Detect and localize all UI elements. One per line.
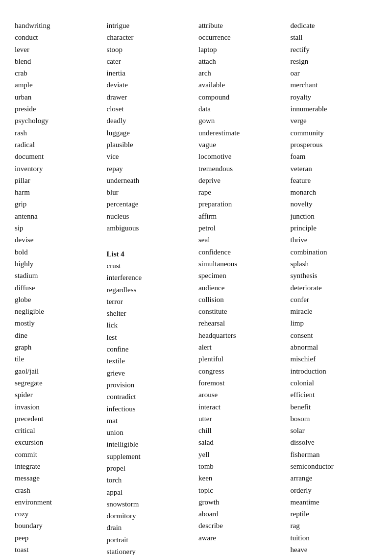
word-item: dedicate [291,20,378,31]
word-item: regardless [107,284,194,296]
word-item: intrigue [107,20,194,31]
word-item: deprive [198,175,286,186]
word-item: excursion [15,436,102,448]
word-item: utter [198,413,286,425]
word-item: collision [198,294,286,305]
word-item: meantime [291,496,378,508]
word-item: provision [107,379,194,391]
word-item: blend [15,55,102,67]
word-item: audience [198,282,286,294]
word-item: negligible [15,305,102,317]
word-item: headquarters [198,329,286,341]
word-item: confine [107,343,194,355]
word-item: arouse [198,389,286,401]
word-item: crust [107,260,194,272]
word-item: underneath [107,175,194,186]
word-item: stationery [107,546,194,555]
word-item: vice [107,151,194,162]
word-item: prosperous [291,139,378,151]
word-item: verge [291,115,378,126]
word-item: fisherman [291,449,378,460]
word-item: drawer [107,91,194,103]
word-item: reptile [291,508,378,520]
word-item: spider [15,389,102,401]
word-item: data [198,103,286,115]
word-item: locomotive [198,151,286,162]
word-item: graph [15,341,102,353]
column-3: attributeoccurrencelaptopattacharchavail… [198,20,286,555]
word-item: gown [198,115,286,126]
word-item: lest [107,331,194,343]
word-item: plentiful [198,353,286,365]
word-item: underestimate [198,127,286,139]
word-item: junction [291,210,378,222]
word-item: percentage [107,198,194,210]
word-item: stadium [15,270,102,281]
word-item: character [107,31,194,43]
word-item: efficient [291,389,378,401]
word-item: royalty [291,91,378,103]
word-item: community [291,127,378,139]
word-item: shelter [107,307,194,319]
word-item: lick [107,319,194,331]
word-item: deviate [107,79,194,91]
word-item: grip [15,198,102,210]
word-item: topic [198,484,286,496]
word-item: aware [198,532,286,544]
word-item: chill [198,425,286,436]
word-item: conduct [15,31,102,43]
word-item: foremost [198,377,286,389]
word-item: gaol/jail [15,365,102,377]
word-item: specimen [198,270,286,281]
word-item: repay [107,163,194,175]
word-item: constitute [198,305,286,317]
word-item: petrol [198,222,286,234]
word-item: critical [15,425,102,436]
column-1: handwritingconductleverblendcrabampleurb… [15,20,102,555]
word-item: rash [15,127,102,139]
word-list-container: handwritingconductleverblendcrabampleurb… [15,20,377,555]
word-item: innumerable [291,103,378,115]
word-item: describe [198,520,286,531]
word-item: rehearsal [198,317,286,329]
word-item: toast [15,544,102,555]
word-item: rag [291,520,378,531]
word-item: tremendous [198,163,286,175]
word-item: interference [107,272,194,283]
word-item: tile [15,353,102,365]
word-item: orderly [291,484,378,496]
word-item: seal [198,234,286,246]
word-item: mostly [15,317,102,329]
word-item: stall [291,31,378,43]
column-4: dedicatestallrectifyresignoarmerchantroy… [291,20,378,555]
word-item: heave [291,544,378,555]
word-item: growth [198,496,286,508]
word-item: bold [15,246,102,258]
word-item: closet [107,103,194,115]
word-item: yell [198,449,286,460]
word-item: dissolve [291,436,378,448]
word-item: tomb [198,460,286,472]
word-item: laptop [198,44,286,55]
word-item: intelligible [107,438,194,450]
word-item: mat [107,415,194,427]
word-item: cozy [15,508,102,520]
word-item: crab [15,67,102,79]
word-item: benefit [291,401,378,413]
word-item: propel [107,462,194,474]
word-item: devise [15,234,102,246]
word-item: textile [107,355,194,367]
word-item: nucleus [107,210,194,222]
word-item: portrait [107,534,194,546]
word-item: interact [198,401,286,413]
word-item: available [198,79,286,91]
word-item: resign [291,55,378,67]
word-item: terror [107,296,194,307]
word-item: invasion [15,401,102,413]
word-item: vague [198,139,286,151]
word-item: integrate [15,460,102,472]
word-item: globe [15,294,102,305]
word-item: oar [291,67,378,79]
word-item: attribute [198,20,286,31]
word-item: aboard [198,508,286,520]
